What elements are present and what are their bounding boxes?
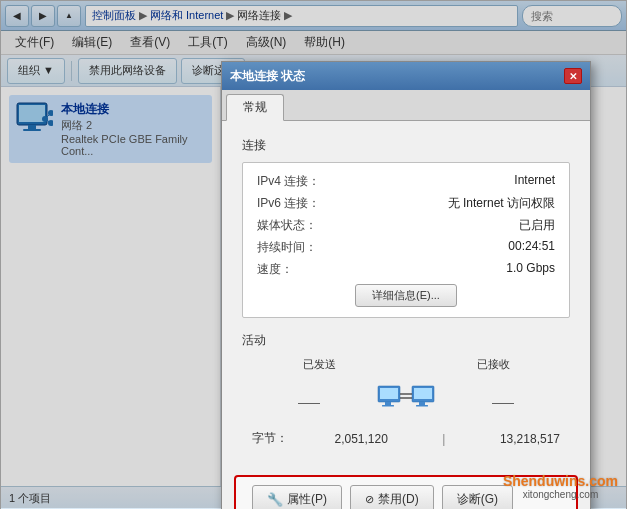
dialog-title-bar: 本地连接 状态 ✕ bbox=[222, 62, 590, 90]
connection-status-dialog: 本地连接 状态 ✕ 常规 连接 IPv4 连接： Internet IPv6 连… bbox=[221, 61, 591, 509]
svg-rect-14 bbox=[414, 388, 432, 399]
connection-info-group: IPv4 连接： Internet IPv6 连接： 无 Internet 访问… bbox=[242, 162, 570, 318]
disable-icon: ⊘ bbox=[365, 493, 374, 506]
properties-button[interactable]: 🔧 属性(P) bbox=[252, 485, 342, 509]
dialog-tabs: 常规 bbox=[222, 90, 590, 121]
explorer-window: ◀ ▶ ▲ 控制面板 ▶ 网络和 Internet ▶ 网络连接 ▶ 文件(F)… bbox=[0, 0, 627, 509]
svg-rect-15 bbox=[419, 402, 425, 405]
dialog-content: 连接 IPv4 连接： Internet IPv6 连接： 无 Internet… bbox=[222, 121, 590, 471]
svg-rect-12 bbox=[382, 405, 394, 407]
svg-rect-11 bbox=[385, 402, 391, 405]
activity-label: 活动 bbox=[242, 332, 570, 349]
detail-info-button[interactable]: 详细信息(E)... bbox=[355, 284, 457, 307]
media-label: 媒体状态： bbox=[257, 217, 317, 234]
ipv4-row: IPv4 连接： Internet bbox=[257, 173, 555, 190]
disable-label: 禁用(D) bbox=[378, 491, 419, 508]
speed-row: 速度： 1.0 Gbps bbox=[257, 261, 555, 278]
media-row: 媒体状态： 已启用 bbox=[257, 217, 555, 234]
bytes-divider: | bbox=[442, 432, 445, 446]
tab-general[interactable]: 常规 bbox=[226, 94, 284, 121]
ipv6-value: 无 Internet 访问权限 bbox=[448, 195, 555, 212]
dialog-title: 本地连接 状态 bbox=[230, 68, 305, 85]
properties-label: 属性(P) bbox=[287, 491, 327, 508]
ipv6-row: IPv6 连接： 无 Internet 访问权限 bbox=[257, 195, 555, 212]
properties-icon: 🔧 bbox=[267, 492, 283, 507]
media-value: 已启用 bbox=[519, 217, 555, 234]
diagnose-label: 诊断(G) bbox=[457, 491, 498, 508]
ipv6-label: IPv6 连接： bbox=[257, 195, 320, 212]
speed-value: 1.0 Gbps bbox=[506, 261, 555, 278]
recv-bytes: 13,218,517 bbox=[500, 432, 560, 446]
disable-button[interactable]: ⊘ 禁用(D) bbox=[350, 485, 434, 509]
duration-value: 00:24:51 bbox=[508, 239, 555, 256]
speed-label: 速度： bbox=[257, 261, 293, 278]
ipv4-label: IPv4 连接： bbox=[257, 173, 320, 190]
diagnose-dialog-button[interactable]: 诊断(G) bbox=[442, 485, 513, 509]
svg-rect-16 bbox=[416, 405, 428, 407]
svg-rect-10 bbox=[380, 388, 398, 399]
ipv4-value: Internet bbox=[514, 173, 555, 190]
sent-label: 已发送 bbox=[262, 357, 376, 372]
recv-label: 已接收 bbox=[436, 357, 550, 372]
bytes-label: 字节： bbox=[252, 430, 288, 447]
dialog-action-buttons: 🔧 属性(P) ⊘ 禁用(D) 诊断(G) bbox=[234, 475, 578, 509]
sent-arrow: —— bbox=[242, 396, 376, 408]
sent-bytes: 2,051,120 bbox=[334, 432, 387, 446]
connection-section-label: 连接 bbox=[242, 137, 570, 154]
activity-section: 活动 已发送 已接收 —— bbox=[242, 332, 570, 455]
duration-row: 持续时间： 00:24:51 bbox=[257, 239, 555, 256]
duration-label: 持续时间： bbox=[257, 239, 317, 256]
dialog-close-button[interactable]: ✕ bbox=[564, 68, 582, 84]
recv-arrow: —— bbox=[436, 396, 570, 408]
network-activity-icon bbox=[376, 382, 436, 422]
